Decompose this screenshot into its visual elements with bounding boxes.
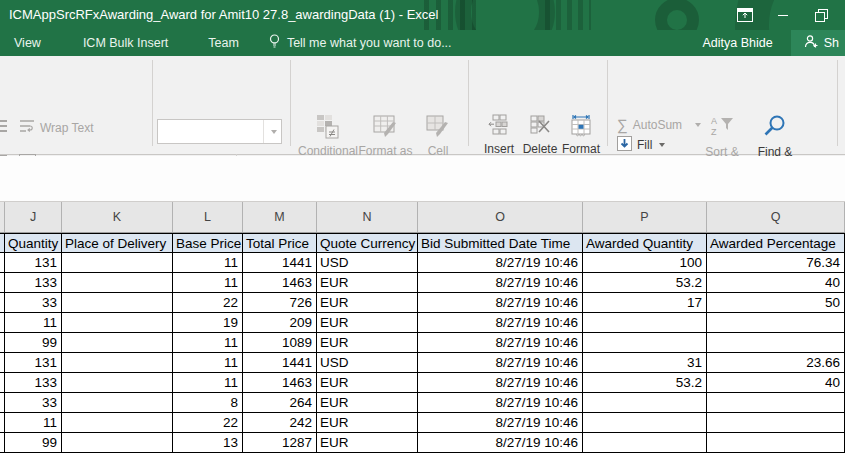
cell[interactable]: 22: [173, 293, 243, 313]
cell[interactable]: 53.2: [583, 373, 707, 393]
cell[interactable]: 1463: [243, 273, 317, 293]
cell[interactable]: EUR: [317, 273, 418, 293]
cell[interactable]: Base Price: [173, 233, 243, 253]
formula-bar-area[interactable]: [0, 156, 845, 202]
cell[interactable]: 11: [173, 253, 243, 273]
cell[interactable]: [583, 433, 707, 453]
cell[interactable]: 99: [5, 433, 62, 453]
cell[interactable]: [62, 353, 173, 373]
cell[interactable]: Bid Submitted Date Time: [418, 233, 583, 253]
cell[interactable]: 8/27/19 10:46: [418, 433, 583, 453]
cell[interactable]: 17: [583, 293, 707, 313]
tell-me-box[interactable]: Tell me what you want to do...: [269, 34, 452, 52]
column-header-L[interactable]: L: [173, 202, 243, 232]
cell[interactable]: [62, 393, 173, 413]
cell[interactable]: EUR: [317, 393, 418, 413]
cell[interactable]: Total Price: [243, 233, 317, 253]
share-button[interactable]: Sh: [791, 30, 845, 56]
cell[interactable]: 131: [5, 353, 62, 373]
cell[interactable]: 131: [5, 253, 62, 273]
cell[interactable]: 1287: [243, 433, 317, 453]
cell[interactable]: 8/27/19 10:46: [418, 413, 583, 433]
cell[interactable]: 11: [173, 373, 243, 393]
cell[interactable]: 23.66: [707, 353, 845, 373]
cell[interactable]: 8/27/19 10:46: [418, 373, 583, 393]
cell[interactable]: 8/27/19 10:46: [418, 273, 583, 293]
cell[interactable]: [583, 393, 707, 413]
cell[interactable]: 53.2: [583, 273, 707, 293]
cell[interactable]: 1441: [243, 253, 317, 273]
cell[interactable]: 8/27/19 10:46: [418, 313, 583, 333]
cell[interactable]: 1463: [243, 373, 317, 393]
cell[interactable]: 100: [583, 253, 707, 273]
cell[interactable]: 76.34: [707, 253, 845, 273]
cell[interactable]: [62, 273, 173, 293]
cell[interactable]: [583, 413, 707, 433]
cell[interactable]: 11: [173, 353, 243, 373]
cell[interactable]: EUR: [317, 373, 418, 393]
cell[interactable]: 1089: [243, 333, 317, 353]
cell[interactable]: EUR: [317, 333, 418, 353]
autosum-button[interactable]: ∑ AutoSum: [617, 116, 701, 133]
cell[interactable]: 19: [173, 313, 243, 333]
cell[interactable]: 31: [583, 353, 707, 373]
cell[interactable]: 8/27/19 10:46: [418, 333, 583, 353]
cell[interactable]: USD: [317, 353, 418, 373]
cell[interactable]: 133: [5, 273, 62, 293]
cell[interactable]: [62, 333, 173, 353]
column-header-K[interactable]: K: [62, 202, 173, 232]
tab-team[interactable]: Team: [194, 30, 253, 56]
cell[interactable]: 11: [173, 273, 243, 293]
column-header-P[interactable]: P: [583, 202, 707, 232]
wrap-text-button[interactable]: Wrap Text: [19, 119, 94, 136]
number-format-combobox[interactable]: [157, 119, 282, 144]
minimize-icon[interactable]: [775, 8, 791, 22]
cell[interactable]: [583, 333, 707, 353]
cell[interactable]: Quantity: [5, 233, 62, 253]
cell[interactable]: 11: [5, 413, 62, 433]
cell[interactable]: 40: [707, 373, 845, 393]
cell[interactable]: [62, 253, 173, 273]
cell[interactable]: [62, 293, 173, 313]
column-header-N[interactable]: N: [317, 202, 418, 232]
cell[interactable]: [707, 413, 845, 433]
cell[interactable]: [707, 393, 845, 413]
cell[interactable]: 8/27/19 10:46: [418, 293, 583, 313]
cell[interactable]: 40: [707, 273, 845, 293]
cell[interactable]: [707, 433, 845, 453]
chevron-down-icon[interactable]: [263, 120, 281, 143]
cell[interactable]: EUR: [317, 313, 418, 333]
cell[interactable]: EUR: [317, 433, 418, 453]
cell[interactable]: 133: [5, 373, 62, 393]
cell[interactable]: Quote Currency: [317, 233, 418, 253]
cell[interactable]: EUR: [317, 293, 418, 313]
column-header-J[interactable]: J: [5, 202, 62, 232]
cell[interactable]: [62, 433, 173, 453]
cell[interactable]: 8/27/19 10:46: [418, 353, 583, 373]
cell[interactable]: 50: [707, 293, 845, 313]
column-header-Q[interactable]: Q: [707, 202, 845, 232]
restore-icon[interactable]: [813, 8, 829, 22]
cell[interactable]: Awarded Quantity: [583, 233, 707, 253]
cell[interactable]: Place of Delivery: [62, 233, 173, 253]
cell[interactable]: [707, 313, 845, 333]
cell[interactable]: 33: [5, 293, 62, 313]
cell[interactable]: [62, 413, 173, 433]
column-header-M[interactable]: M: [243, 202, 317, 232]
ribbon-display-options-icon[interactable]: [737, 8, 753, 22]
cell[interactable]: [62, 313, 173, 333]
cell[interactable]: 13: [173, 433, 243, 453]
cell[interactable]: 8/27/19 10:46: [418, 253, 583, 273]
cell[interactable]: [583, 313, 707, 333]
cell[interactable]: 209: [243, 313, 317, 333]
cell[interactable]: [62, 373, 173, 393]
signed-in-user[interactable]: Aditya Bhide: [703, 36, 773, 50]
cell[interactable]: 33: [5, 393, 62, 413]
fill-button[interactable]: Fill: [617, 136, 665, 154]
cell[interactable]: 264: [243, 393, 317, 413]
cell[interactable]: 8: [173, 393, 243, 413]
cell[interactable]: 11: [5, 313, 62, 333]
cell[interactable]: 22: [173, 413, 243, 433]
cell[interactable]: 8/27/19 10:46: [418, 393, 583, 413]
cell[interactable]: EUR: [317, 413, 418, 433]
